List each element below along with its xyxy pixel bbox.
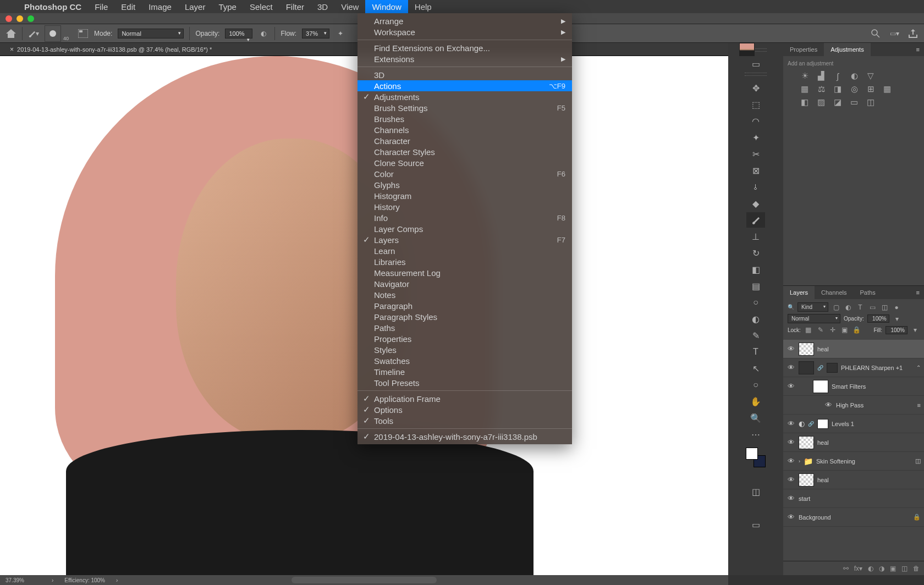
blur-tool-icon[interactable]: ○ xyxy=(746,295,765,310)
menu-item-options[interactable]: ✓Options xyxy=(358,404,572,415)
menu-item-measurement-log[interactable]: Measurement Log xyxy=(358,267,572,278)
fx-icon[interactable]: fx▾ xyxy=(854,565,862,572)
menu-item-find-extensions-on-exchange-[interactable]: Find Extensions on Exchange... xyxy=(358,42,572,53)
menu-item-extensions[interactable]: Extensions▶ xyxy=(358,53,572,64)
chevron-right-icon[interactable]: › xyxy=(52,577,53,583)
close-window-icon[interactable] xyxy=(6,15,12,22)
menu-item-tool-presets[interactable]: Tool Presets xyxy=(358,377,572,388)
visibility-icon[interactable]: 👁 xyxy=(787,382,795,390)
chevron-right-icon[interactable]: › xyxy=(116,577,118,583)
layer-name[interactable]: heal xyxy=(817,477,921,483)
flow-value[interactable]: 37% xyxy=(302,29,329,38)
lock-pos-icon[interactable]: ✛ xyxy=(828,325,837,334)
share-icon[interactable] xyxy=(908,28,919,39)
layer-row[interactable]: 👁›📁Skin Softening◫ xyxy=(783,452,924,471)
filter-select[interactable]: Kind xyxy=(798,302,828,312)
opacity-value[interactable]: 100% xyxy=(225,29,252,38)
menu-item-info[interactable]: InfoF8 xyxy=(358,212,572,223)
layer-row[interactable]: 👁heal xyxy=(783,471,924,489)
menu-item-timeline[interactable]: Timeline xyxy=(358,366,572,377)
app-name[interactable]: Photoshop CC xyxy=(18,2,88,12)
stamp-tool-icon[interactable]: ⊥ xyxy=(746,229,765,244)
frame-tool-icon[interactable]: ⊠ xyxy=(746,163,765,178)
more-tools-icon[interactable]: ⋯ xyxy=(746,427,765,442)
panel-menu-icon[interactable]: ≡ xyxy=(912,43,924,56)
layer-name[interactable]: Levels 1 xyxy=(832,421,921,427)
menu-layer[interactable]: Layer xyxy=(178,0,212,13)
visibility-icon[interactable]: 👁 xyxy=(787,420,795,428)
layer-name[interactable]: heal xyxy=(817,439,921,446)
visibility-icon[interactable]: 👁 xyxy=(787,438,795,446)
mask-thumbnail[interactable] xyxy=(817,419,828,429)
magic-wand-tool-icon[interactable]: ✦ xyxy=(746,130,765,145)
minimize-window-icon[interactable] xyxy=(16,15,23,22)
hand-tool-icon[interactable]: ✋ xyxy=(746,394,765,409)
menu-item-character-styles[interactable]: Character Styles xyxy=(358,146,572,157)
link-icon[interactable]: ⚯ xyxy=(843,565,849,572)
menu-item-layer-comps[interactable]: Layer Comps xyxy=(358,223,572,234)
layer-thumbnail[interactable] xyxy=(799,343,814,356)
eyedropper-tool-icon[interactable]: ⫰ xyxy=(746,179,765,195)
menu-window[interactable]: Window xyxy=(365,0,408,13)
expand-arrow-icon[interactable]: › xyxy=(799,459,800,464)
history-brush-icon[interactable]: ↻ xyxy=(746,245,765,261)
brightness-icon[interactable]: ☀ xyxy=(800,71,810,81)
mode-select[interactable]: Normal xyxy=(118,29,184,38)
menu-item-tools[interactable]: ✓Tools xyxy=(358,415,572,426)
hue-icon[interactable]: ▦ xyxy=(800,84,810,94)
hscroll[interactable] xyxy=(292,577,437,583)
grip-icon[interactable] xyxy=(745,73,767,76)
airbrush-icon[interactable]: ✦ xyxy=(335,28,346,39)
posterize-icon[interactable]: ▨ xyxy=(816,97,826,107)
menu-3d[interactable]: 3D xyxy=(311,0,334,13)
tab-paths[interactable]: Paths xyxy=(854,286,882,299)
shape-tool-icon[interactable]: ○ xyxy=(746,377,765,393)
panel-menu-icon[interactable]: ≡ xyxy=(912,286,924,299)
menu-item-glyphs[interactable]: Glyphs xyxy=(358,179,572,190)
path-select-icon[interactable]: ↖ xyxy=(746,361,765,376)
menu-item-histogram[interactable]: Histogram xyxy=(358,190,572,201)
visibility-icon[interactable]: 👁 xyxy=(787,457,795,465)
layer-row[interactable]: 👁start xyxy=(783,489,924,508)
selective-icon[interactable]: ◫ xyxy=(866,97,876,107)
curves-icon[interactable]: ∫ xyxy=(833,71,843,81)
menu-item-libraries[interactable]: Libraries xyxy=(358,256,572,267)
adj-layer-icon[interactable]: ◑ xyxy=(879,565,884,572)
brush-panel-icon[interactable] xyxy=(78,28,89,39)
eraser-tool-icon[interactable]: ◧ xyxy=(746,262,765,277)
color-swatch[interactable] xyxy=(746,448,766,467)
tab-adjustments[interactable]: Adjustments xyxy=(824,43,871,56)
lock-trans-icon[interactable]: ▦ xyxy=(804,325,813,334)
healing-tool-icon[interactable]: ◆ xyxy=(746,196,765,211)
menu-item-channels[interactable]: Channels xyxy=(358,124,572,135)
pen-tool-icon[interactable]: ✎ xyxy=(746,328,765,343)
visibility-icon[interactable]: 👁 xyxy=(787,345,795,353)
move-tool-icon[interactable]: ✥ xyxy=(746,80,765,96)
menu-edit[interactable]: Edit xyxy=(114,0,142,13)
menu-item-application-frame[interactable]: ✓Application Frame xyxy=(358,393,572,404)
menu-file[interactable]: File xyxy=(88,0,114,13)
chevron-down-icon[interactable]: ▾ xyxy=(911,325,920,334)
menu-item-3d[interactable]: 3D xyxy=(358,69,572,80)
menu-item-arrange[interactable]: Arrange▶ xyxy=(358,15,572,26)
bw-icon[interactable]: ◨ xyxy=(833,84,843,94)
menu-item-navigator[interactable]: Navigator xyxy=(358,278,572,289)
layer-name[interactable]: start xyxy=(799,495,921,502)
layer-thumbnail[interactable] xyxy=(799,436,814,449)
menu-item-brushes[interactable]: Brushes xyxy=(358,113,572,124)
layer-name[interactable]: Background xyxy=(799,514,910,521)
brush-tool-icon[interactable] xyxy=(746,212,765,228)
layer-thumbnail[interactable] xyxy=(799,361,814,374)
menu-item-color[interactable]: ColorF6 xyxy=(358,168,572,179)
layer-thumbnail[interactable] xyxy=(813,380,828,393)
menu-item-properties[interactable]: Properties xyxy=(358,333,572,344)
balance-icon[interactable]: ⚖ xyxy=(816,84,826,94)
workspace-icon[interactable]: ▭▾ xyxy=(889,28,900,39)
gradient-tool-icon[interactable]: ▤ xyxy=(746,278,765,294)
dodge-tool-icon[interactable]: ◐ xyxy=(746,311,765,327)
exposure-icon[interactable]: ◐ xyxy=(849,71,859,81)
filter-adj-icon[interactable]: ◐ xyxy=(844,303,853,312)
layer-row[interactable]: 👁heal xyxy=(783,433,924,452)
visibility-icon[interactable]: 👁 xyxy=(787,513,795,521)
menu-item-paths[interactable]: Paths xyxy=(358,322,572,333)
